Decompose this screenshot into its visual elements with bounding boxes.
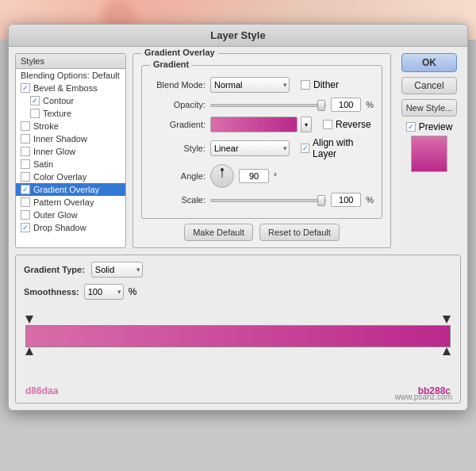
align-layer-label: Align with Layer	[313, 137, 374, 159]
bottom-stop-left[interactable]	[25, 347, 33, 355]
sidebar-item-satin[interactable]: Satin	[16, 158, 125, 170]
dialog-body: Styles Blending Options: Default Bevel &…	[9, 47, 467, 255]
sidebar-item-bevel-emboss[interactable]: Bevel & Emboss	[16, 82, 125, 94]
blend-mode-select[interactable]: Normal Dissolve Multiply	[210, 77, 290, 93]
angle-input[interactable]	[239, 169, 269, 183]
preview-checkbox-row: Preview	[406, 121, 453, 132]
dither-label: Dither	[313, 79, 339, 90]
bevel-emboss-label: Bevel & Emboss	[33, 83, 98, 93]
opacity-row: Opacity: %	[150, 98, 374, 112]
texture-checkbox[interactable]	[30, 109, 40, 118]
preview-section: Preview	[406, 121, 453, 172]
sidebar-item-inner-shadow[interactable]: Inner Shadow	[16, 132, 125, 145]
styles-sidebar: Styles Blending Options: Default Bevel &…	[15, 53, 126, 248]
blend-mode-select-wrapper[interactable]: Normal Dissolve Multiply	[210, 77, 290, 93]
inner-glow-label: Inner Glow	[33, 147, 75, 156]
preview-swatch	[411, 136, 447, 172]
sidebar-item-blending-options[interactable]: Blending Options: Default	[16, 69, 125, 82]
bottom-stop-right[interactable]	[443, 347, 451, 355]
layer-style-dialog: Layer Style Styles Blending Options: Def…	[8, 24, 468, 411]
angle-unit: °	[274, 172, 277, 181]
gradient-overlay-panel-title: Gradient Overlay	[141, 48, 218, 57]
cancel-button[interactable]: Cancel	[401, 77, 457, 94]
gradient-preview-bar[interactable]	[25, 325, 451, 347]
satin-checkbox[interactable]	[21, 159, 30, 169]
top-stop-left[interactable]	[25, 316, 33, 324]
reset-to-default-button[interactable]: Reset to Default	[259, 224, 340, 241]
contour-label: Contour	[43, 96, 74, 105]
make-default-button[interactable]: Make Default	[184, 224, 253, 241]
dither-checkbox[interactable]	[301, 80, 310, 90]
watermark: www.psahz.com	[395, 392, 452, 401]
color-label-left: d86daa	[25, 385, 58, 396]
inner-shadow-checkbox[interactable]	[21, 134, 30, 144]
stroke-label: Stroke	[33, 121, 59, 131]
color-labels: d86daa bb288c	[24, 385, 452, 396]
opacity-slider-thumb[interactable]	[317, 100, 325, 111]
gradient-swatch-wrapper: ▾	[210, 117, 312, 132]
dither-row: Dither	[301, 79, 339, 90]
opacity-input[interactable]	[331, 98, 361, 112]
reverse-checkbox[interactable]	[323, 120, 332, 129]
smoothness-row: Smoothness: 100 75 50 25 %	[24, 284, 452, 300]
sidebar-item-pattern-overlay[interactable]: Pattern Overlay	[16, 196, 125, 209]
top-stop-right[interactable]	[443, 316, 451, 324]
bevel-emboss-checkbox[interactable]	[21, 83, 30, 93]
sidebar-item-texture[interactable]: Texture	[16, 107, 125, 120]
gradient-overlay-checkbox[interactable]	[21, 185, 30, 194]
gradient-swatch[interactable]	[210, 117, 298, 132]
sidebar-item-color-overlay[interactable]: Color Overlay	[16, 170, 125, 183]
angle-widget[interactable]	[210, 164, 234, 188]
reverse-label: Reverse	[336, 119, 371, 130]
sidebar-item-gradient-overlay[interactable]: Gradient Overlay	[16, 183, 125, 196]
sidebar-item-drop-shadow[interactable]: Drop Shadow	[16, 221, 125, 234]
preview-checkbox[interactable]	[406, 122, 416, 132]
opacity-slider[interactable]	[210, 104, 326, 107]
stroke-checkbox[interactable]	[21, 121, 30, 131]
align-layer-checkbox[interactable]	[301, 144, 309, 153]
style-select-wrapper[interactable]: Linear Radial Angle Reflected Diamond	[210, 140, 290, 156]
contour-checkbox[interactable]	[30, 96, 40, 105]
inner-glow-checkbox[interactable]	[21, 147, 30, 156]
outer-glow-label: Outer Glow	[33, 210, 78, 220]
gradient-swatch-arrow[interactable]: ▾	[301, 117, 312, 132]
gradient-type-select[interactable]: Solid Noise	[91, 262, 143, 278]
texture-label: Texture	[43, 109, 71, 118]
drop-shadow-checkbox[interactable]	[21, 223, 30, 232]
align-layer-row: Align with Layer	[301, 137, 374, 159]
sidebar-item-stroke[interactable]: Stroke	[16, 120, 125, 132]
top-stops	[25, 316, 451, 325]
color-overlay-checkbox[interactable]	[21, 172, 30, 182]
gradient-editor: Gradient Type: Solid Noise Smoothness: 1…	[15, 255, 461, 404]
gradient-type-select-wrapper[interactable]: Solid Noise	[91, 262, 143, 278]
angle-row: Angle: °	[150, 164, 374, 188]
sidebar-item-outer-glow[interactable]: Outer Glow	[16, 209, 125, 221]
smoothness-select-wrapper[interactable]: 100 75 50 25	[84, 284, 124, 300]
pattern-overlay-label: Pattern Overlay	[33, 197, 94, 207]
gradient-overlay-panel: Gradient Overlay Gradient Blend Mode: No…	[132, 53, 391, 248]
outer-glow-checkbox[interactable]	[21, 210, 30, 220]
opacity-label: Opacity:	[150, 100, 205, 109]
scale-row: Scale: %	[150, 193, 374, 207]
gradient-overlay-label: Gradient Overlay	[33, 185, 99, 194]
sidebar-title: Styles	[16, 54, 125, 69]
new-style-button[interactable]: New Style...	[401, 99, 457, 117]
scale-slider-thumb[interactable]	[317, 195, 325, 206]
gradient-bar-container	[24, 306, 452, 373]
satin-label: Satin	[33, 159, 53, 169]
smoothness-select[interactable]: 100 75 50 25	[84, 284, 124, 300]
smoothness-label: Smoothness:	[24, 287, 79, 297]
gradient-label: Gradient:	[150, 120, 205, 129]
right-panel: OK Cancel New Style... Preview	[397, 53, 461, 248]
blend-mode-row: Blend Mode: Normal Dissolve Multiply Dit…	[150, 77, 374, 93]
style-label: Style:	[150, 144, 205, 153]
gradient-editor-header: Gradient Type: Solid Noise	[24, 262, 452, 278]
scale-slider[interactable]	[210, 199, 326, 202]
scale-input[interactable]	[331, 193, 361, 207]
sidebar-item-inner-glow[interactable]: Inner Glow	[16, 145, 125, 158]
inner-shadow-label: Inner Shadow	[33, 134, 87, 144]
ok-button[interactable]: OK	[401, 53, 457, 72]
style-select[interactable]: Linear Radial Angle Reflected Diamond	[210, 140, 290, 156]
sidebar-item-contour[interactable]: Contour	[16, 94, 125, 107]
pattern-overlay-checkbox[interactable]	[21, 197, 30, 207]
